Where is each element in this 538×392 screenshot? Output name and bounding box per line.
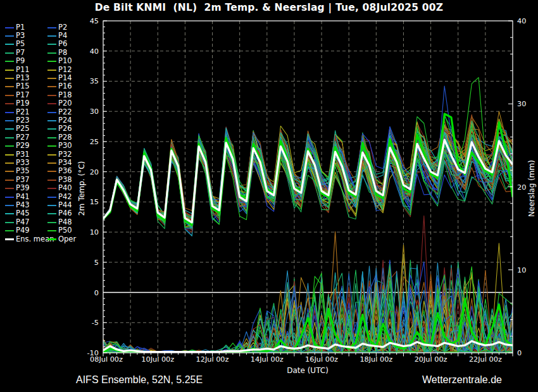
legend-swatch-p29 — [5, 145, 14, 147]
legend-label-p34: P34 — [58, 159, 72, 167]
legend-swatch-p14 — [47, 78, 56, 79]
legend-label-p13: P13 — [16, 74, 30, 82]
x-tick-label-2: 10Jul 00z — [141, 355, 174, 364]
legend-label-p29: P29 — [16, 142, 30, 150]
legend-swatch-p19 — [5, 103, 14, 104]
legend-label-p15: P15 — [16, 82, 30, 90]
legend-swatch-p6 — [47, 44, 56, 45]
legend-label-p4: P4 — [58, 32, 67, 40]
legend-swatch-p1 — [5, 27, 14, 28]
legend-swatch-p21 — [5, 112, 14, 113]
legend-swatch-p50 — [47, 230, 56, 231]
right-axis-label: Neerslag (mm) — [527, 160, 536, 217]
legend-label-p5: P5 — [16, 40, 25, 48]
legend-label-p47: P47 — [16, 218, 30, 226]
legend-swatch-p45 — [5, 213, 14, 214]
legend-label-p30: P30 — [58, 142, 72, 150]
legend-swatch-p36 — [47, 171, 56, 172]
legend-label-p20: P20 — [58, 99, 72, 107]
legend-swatch-p39 — [5, 188, 14, 189]
x-tick-label-6: 14Jul 00z — [251, 355, 284, 364]
legend-swatch-p5 — [5, 44, 14, 45]
legend-label-oper: Oper — [58, 235, 76, 243]
legend-swatch-p15 — [5, 86, 14, 87]
right-tick-label-40: 40 — [517, 17, 526, 25]
legend-swatch-p12 — [47, 70, 56, 71]
x-tick-label-10: 18Jul 00z — [360, 355, 392, 364]
legend-swatch-p13 — [5, 78, 14, 79]
legend-swatch-p33 — [5, 162, 14, 164]
legend-swatch-p2 — [47, 27, 56, 28]
ensemble-legend: P1P2P3P4P5P6P7P8P9P10P11P12P13P14P15P16P… — [0, 0, 101, 253]
legend-label-p38: P38 — [58, 176, 72, 184]
legend-label-p44: P44 — [58, 201, 72, 209]
legend-label-p36: P36 — [58, 167, 72, 175]
left-tick-label--5: -5 — [92, 319, 99, 327]
legend-label-p46: P46 — [58, 209, 72, 217]
legend-swatch-p18 — [47, 95, 56, 96]
legend-label-p21: P21 — [16, 108, 30, 116]
legend-label-p32: P32 — [58, 150, 72, 159]
legend-label-p48: P48 — [58, 218, 72, 226]
legend-label-p24: P24 — [58, 116, 72, 125]
legend-swatch-p48 — [47, 222, 56, 223]
right-tick-label-0: 0 — [517, 349, 522, 357]
right-tick-label-30: 30 — [517, 100, 526, 108]
legend-label-p17: P17 — [16, 91, 30, 99]
legend-swatch-p43 — [5, 205, 14, 206]
legend-swatch-p25 — [5, 128, 14, 130]
legend-swatch-p22 — [47, 112, 56, 113]
legend-label-p14: P14 — [58, 74, 72, 82]
legend-swatch-ens-mean — [5, 238, 14, 240]
legend-swatch-p44 — [47, 205, 56, 206]
x-tick-label-4: 12Jul 00z — [196, 355, 229, 364]
legend-label-p25: P25 — [16, 125, 30, 133]
legend-label-p26: P26 — [58, 125, 72, 133]
legend-label-p49: P49 — [16, 226, 30, 235]
legend-label-p43: P43 — [16, 201, 30, 209]
legend-label-p3: P3 — [16, 32, 25, 40]
footer-model-info: AIFS Ensemble, 52N, 5.25E — [76, 374, 203, 386]
legend-label-p42: P42 — [58, 193, 72, 201]
legend-swatch-p16 — [47, 86, 56, 87]
legend-swatch-p27 — [5, 137, 14, 138]
legend-swatch-p49 — [5, 230, 14, 231]
legend-label-p11: P11 — [16, 66, 30, 74]
left-axis-label: 2m Temp. (°C) — [77, 161, 86, 216]
legend-swatch-p20 — [47, 103, 56, 104]
left-tick-label-5: 5 — [94, 259, 99, 267]
right-tick-label-10: 10 — [517, 266, 526, 274]
legend-swatch-p26 — [47, 128, 56, 130]
legend-swatch-p41 — [5, 197, 14, 198]
legend-label-p28: P28 — [58, 133, 72, 142]
legend-swatch-p11 — [5, 70, 14, 71]
legend-label-p2: P2 — [58, 23, 67, 32]
legend-swatch-p3 — [5, 35, 14, 37]
legend-swatch-p8 — [47, 52, 56, 54]
legend-swatch-p17 — [5, 95, 14, 96]
legend-label-p22: P22 — [58, 108, 72, 116]
legend-label-p40: P40 — [58, 184, 72, 192]
legend-swatch-p31 — [5, 154, 14, 156]
right-tick-label-20: 20 — [517, 183, 526, 192]
legend-label-p1: P1 — [16, 23, 25, 32]
legend-swatch-p10 — [47, 61, 56, 62]
legend-swatch-p28 — [47, 137, 56, 138]
legend-label-p9: P9 — [16, 57, 25, 65]
legend-label-p19: P19 — [16, 99, 30, 107]
legend-label-p41: P41 — [16, 193, 30, 201]
footer-site-name: Wetterzentrale.de — [422, 374, 502, 386]
legend-swatch-p9 — [5, 61, 14, 62]
legend-swatch-p23 — [5, 120, 14, 121]
legend-label-p6: P6 — [58, 40, 67, 48]
legend-label-p12: P12 — [58, 66, 72, 74]
legend-swatch-p38 — [47, 180, 56, 181]
legend-swatch-p24 — [47, 120, 56, 121]
x-tick-label-14: 22Jul 00z — [469, 355, 502, 364]
x-tick-label-12: 20Jul 00z — [415, 355, 447, 364]
legend-label-p39: P39 — [16, 184, 30, 192]
legend-label-p50: P50 — [58, 226, 72, 235]
legend-swatch-p37 — [5, 180, 14, 181]
legend-label-p27: P27 — [16, 133, 30, 142]
left-tick-label-0: 0 — [94, 289, 99, 297]
